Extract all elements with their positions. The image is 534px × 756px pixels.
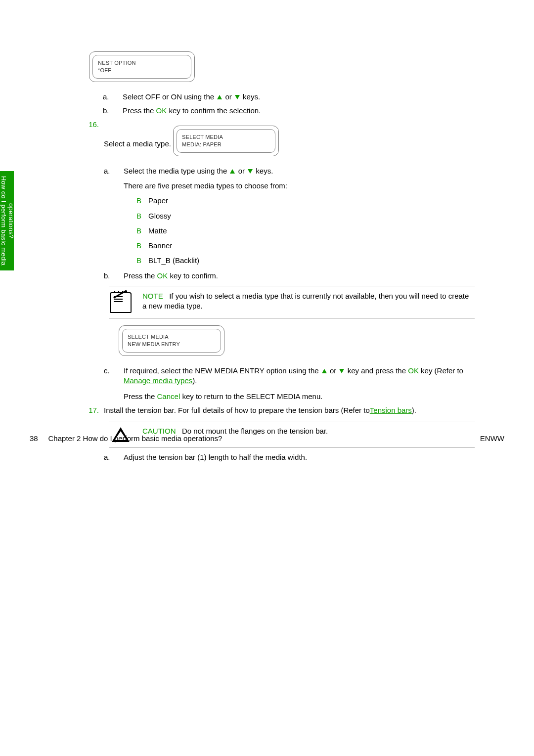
page-footer: 38 Chapter 2 How do I perform basic medi… <box>30 434 504 443</box>
media-type-backlit: BLT_B (Backlit) <box>124 256 475 266</box>
ok-key-label: OK <box>157 271 168 280</box>
display-line: *OFF <box>98 67 186 74</box>
media-type-paper: Paper <box>124 196 475 206</box>
chapter-title: Chapter 2 How do I perform basic media o… <box>48 434 222 443</box>
step-16b: b. Press the OK key to confirm. <box>104 271 475 281</box>
cancel-key-label: Cancel <box>157 392 180 400</box>
manage-media-types-link[interactable]: Manage media types <box>124 376 192 385</box>
up-arrow-icon <box>230 169 235 174</box>
page-number: 38 <box>30 434 38 443</box>
lcd-display-new-media: SELECT MEDIA NEW MEDIA ENTRY <box>119 325 224 356</box>
lcd-display-nest: NEST OPTION *OFF <box>89 51 195 82</box>
step-a-select-off-on: a. Select OFF or ON using the or keys. <box>103 92 475 102</box>
chapter-side-tab: How do I perform basic media operations? <box>0 171 14 270</box>
media-type-matte: Matte <box>124 226 475 236</box>
step-17a: a. Adjust the tension bar (1) length to … <box>104 452 475 462</box>
display-line: NEST OPTION <box>98 59 186 67</box>
down-arrow-icon <box>248 169 253 174</box>
note-icon <box>110 292 132 313</box>
lcd-display-select-media: SELECT MEDIA MEDIA: PAPER <box>173 126 279 156</box>
note-callout: NOTE If you wish to select a media type … <box>109 286 475 318</box>
step-16c: c. If required, select the NEW MEDIA ENT… <box>104 366 475 402</box>
media-types-intro: There are five preset media types to cho… <box>124 181 475 191</box>
media-type-glossy: Glossy <box>124 211 475 221</box>
media-type-banner: Banner <box>124 241 475 251</box>
ok-key-label: OK <box>156 106 167 115</box>
tension-bars-link[interactable]: Tension bars <box>370 406 412 414</box>
step-16: 16. Select a media type. SELECT MEDIA ME… <box>84 120 475 401</box>
step-b-press-ok: b. Press the OK key to confirm the selec… <box>103 106 475 116</box>
up-arrow-icon <box>322 369 327 373</box>
down-arrow-icon <box>339 369 344 373</box>
display-line: MEDIA: PAPER <box>182 141 270 148</box>
note-text: If you wish to select a media type that … <box>142 292 469 310</box>
page-content: NEST OPTION *OFF a. Select OFF or ON usi… <box>0 0 534 462</box>
display-line: NEW MEDIA ENTRY <box>128 341 216 348</box>
display-line: SELECT MEDIA <box>128 333 216 341</box>
step-16a: a. Select the media type using the or ke… <box>104 166 475 266</box>
display-line: SELECT MEDIA <box>182 133 270 141</box>
up-arrow-icon <box>217 95 222 99</box>
ok-key-label: OK <box>408 366 419 375</box>
down-arrow-icon <box>235 95 240 99</box>
footer-right: ENWW <box>480 434 504 443</box>
note-label: NOTE <box>142 292 163 300</box>
